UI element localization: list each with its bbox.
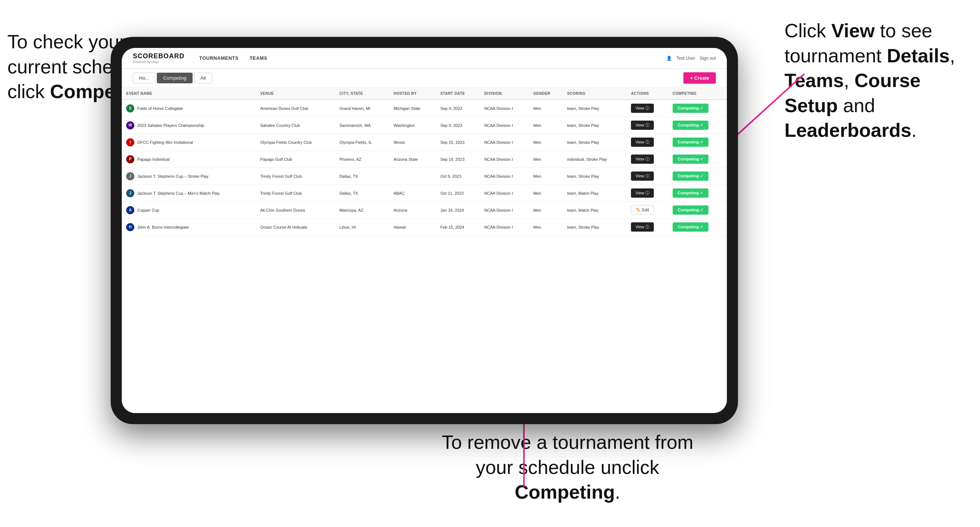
event-name: Folds of Honor Collegiate: [137, 106, 183, 111]
view-button[interactable]: View ⓘ: [631, 222, 654, 232]
table-row: H John A. Burns Intercollegiate Ocean Co…: [122, 219, 727, 236]
tab-home[interactable]: Ho...: [133, 73, 155, 83]
team-logo: J: [126, 172, 134, 180]
division-cell: NCAA Division I: [480, 151, 529, 168]
annotation-view-bold: View: [831, 20, 875, 41]
sign-out-link[interactable]: Sign out: [700, 56, 716, 61]
user-name: Test User: [676, 56, 695, 61]
col-scoring: SCORING: [563, 88, 627, 100]
col-start-date: START DATE: [436, 88, 480, 100]
view-button[interactable]: View ⓘ: [631, 189, 654, 198]
city-cell: Dallas, TX: [335, 185, 389, 202]
scoring-cell: team, Stroke Play: [563, 100, 627, 117]
hosted-cell: Arizona: [389, 202, 436, 219]
division-cell: NCAA Division I: [480, 202, 529, 219]
scoring-cell: team, Stroke Play: [563, 117, 627, 134]
date-cell: Feb 15, 2024: [436, 219, 480, 236]
competing-button[interactable]: Competing ✓: [673, 222, 709, 232]
gender-cell: Men: [529, 219, 563, 236]
date-cell: Sep 18, 2023: [436, 151, 480, 168]
city-cell: Olympia Fields, IL: [335, 134, 389, 151]
toolbar: Ho... Competing All + Create: [122, 68, 727, 88]
division-cell: NCAA Division I: [480, 219, 529, 236]
competing-cell: Competing ✓: [668, 219, 727, 236]
hosted-cell: Illinois: [389, 134, 436, 151]
view-button[interactable]: View ⓘ: [631, 171, 654, 181]
action-cell: View ⓘ: [627, 185, 668, 202]
team-logo: A: [126, 206, 134, 214]
view-button[interactable]: View ⓘ: [631, 154, 654, 164]
brand-name: SCOREBOARD: [133, 52, 185, 60]
col-hosted-by: HOSTED BY: [389, 88, 436, 100]
action-cell: View ⓘ: [627, 168, 668, 185]
event-name-cell: H John A. Burns Intercollegiate: [122, 219, 256, 236]
table-body: S Folds of Honor Collegiate American Dun…: [122, 100, 727, 236]
competing-button[interactable]: Competing ✓: [673, 154, 709, 164]
table-row: J Jackson T. Stephens Cup – Stroke Play …: [122, 168, 727, 185]
scoring-cell: individual, Stroke Play: [563, 151, 627, 168]
competing-cell: Competing ✓: [668, 117, 727, 134]
venue-cell: Olympia Fields Country Club: [256, 134, 335, 151]
nav-teams[interactable]: TEAMS: [250, 55, 267, 61]
table-row: I OFCC Fighting Illini Invitational Olym…: [122, 134, 727, 151]
tablet: SCOREBOARD Powered by clippi TOURNAMENTS…: [111, 37, 738, 424]
event-name-cell: J Jackson T. Stephens Cup – Men's Match …: [122, 185, 256, 202]
col-venue: VENUE: [256, 88, 335, 100]
col-city-state: CITY, STATE: [335, 88, 389, 100]
competing-cell: Competing ✓: [668, 168, 727, 185]
table-row: W 2023 Sahalee Players Championship Saha…: [122, 117, 727, 134]
col-actions: ACTIONS: [627, 88, 668, 100]
competing-button[interactable]: Competing ✓: [673, 121, 709, 130]
event-name: OFCC Fighting Illini Invitational: [137, 140, 193, 144]
venue-cell: Sahalee Country Club: [256, 117, 335, 134]
tab-all[interactable]: All: [194, 73, 212, 83]
city-cell: Lihue, HI: [335, 219, 389, 236]
venue-cell: Trinity Forest Golf Club: [256, 185, 335, 202]
competing-cell: Competing ✓: [668, 151, 727, 168]
date-cell: Sep 4, 2023: [436, 100, 480, 117]
col-event-name: EVENT NAME: [122, 88, 256, 100]
division-cell: NCAA Division I: [480, 100, 529, 117]
venue-cell: Ocean Course At Hokuala: [256, 219, 335, 236]
competing-button[interactable]: Competing ✓: [673, 138, 709, 147]
venue-cell: Ak-Chin Southern Dunes: [256, 202, 335, 219]
event-name-cell: I OFCC Fighting Illini Invitational: [122, 134, 256, 151]
competing-button[interactable]: Competing ✓: [673, 104, 709, 113]
table-row: P Papago Individual Papago Golf ClubPhoe…: [122, 151, 727, 168]
col-competing: COMPETING: [668, 88, 727, 100]
table-row: J Jackson T. Stephens Cup – Men's Match …: [122, 185, 727, 202]
gender-cell: Men: [529, 202, 563, 219]
view-button[interactable]: View ⓘ: [631, 104, 654, 113]
event-name-cell: P Papago Individual: [122, 151, 256, 168]
division-cell: NCAA Division I: [480, 168, 529, 185]
create-button[interactable]: + Create: [683, 72, 716, 84]
nav-right: 👤 Test User Sign out: [667, 56, 716, 61]
edit-button[interactable]: ✏️ Edit: [631, 205, 654, 214]
nav-tournaments[interactable]: TOURNAMENTS: [199, 55, 239, 61]
competing-button[interactable]: Competing ✓: [673, 171, 709, 181]
scoring-cell: team, Stroke Play: [563, 134, 627, 151]
filter-tabs: Ho... Competing All: [133, 73, 212, 83]
table-row: A Copper Cup Ak-Chin Southern DunesMaric…: [122, 202, 727, 219]
hosted-cell: Michigan State: [389, 100, 436, 117]
competing-cell: Competing ✓: [668, 185, 727, 202]
annotation-right: Click View to see tournament Details, Te…: [784, 18, 969, 143]
date-cell: Sep 9, 2023: [436, 117, 480, 134]
action-cell: View ⓘ: [627, 134, 668, 151]
competing-button[interactable]: Competing ✓: [673, 205, 709, 214]
scoring-cell: team, Match Play: [563, 202, 627, 219]
event-name: Jackson T. Stephens Cup – Stroke Play: [137, 174, 208, 178]
event-name: John A. Burns Intercollegiate: [137, 225, 189, 229]
tab-competing[interactable]: Competing: [157, 73, 192, 83]
city-cell: Maricopa, AZ: [335, 202, 389, 219]
venue-cell: American Dunes Golf Club: [256, 100, 335, 117]
team-logo: I: [126, 138, 134, 146]
gender-cell: Men: [529, 185, 563, 202]
gender-cell: Men: [529, 134, 563, 151]
user-icon: 👤: [667, 56, 672, 61]
view-button[interactable]: View ⓘ: [631, 121, 654, 130]
view-button[interactable]: View ⓘ: [631, 138, 654, 147]
competing-button[interactable]: Competing ✓: [673, 189, 709, 198]
event-name: Copper Cup: [137, 208, 159, 213]
action-cell: View ⓘ: [627, 151, 668, 168]
